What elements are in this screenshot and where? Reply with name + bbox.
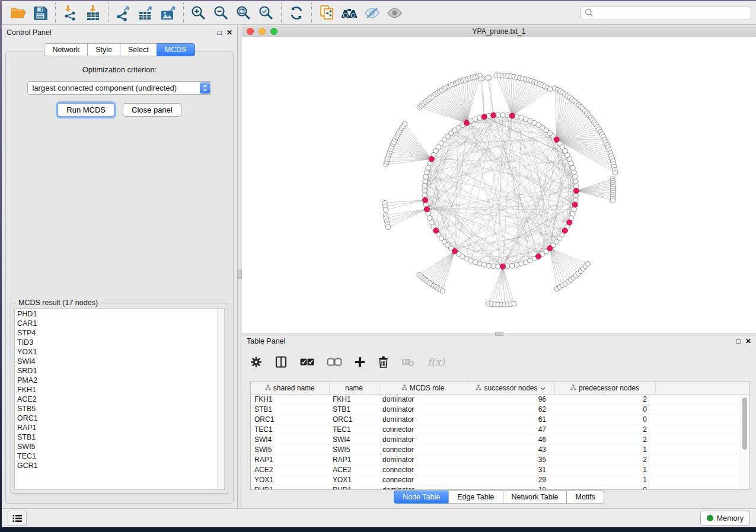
network-window-titlebar[interactable]: YPA_prune.txt_1 bbox=[242, 25, 756, 37]
column-header-MCDS-role[interactable]: MCDS role bbox=[379, 382, 467, 395]
criterion-dropdown[interactable]: largest connected component (undirected) bbox=[27, 81, 212, 95]
delete-column-icon[interactable] bbox=[378, 356, 388, 368]
table-scrollbar[interactable] bbox=[741, 395, 749, 489]
table-tab-motifs[interactable]: Motifs bbox=[566, 491, 604, 504]
table-tab-network-table[interactable]: Network Table bbox=[503, 491, 567, 504]
close-panel-icon[interactable]: ✕ bbox=[227, 29, 232, 36]
cell[interactable]: ACE2 bbox=[329, 465, 379, 475]
zoom-selected-icon[interactable] bbox=[255, 3, 277, 23]
mcds-result-item[interactable]: SWI5 bbox=[17, 442, 217, 451]
cell[interactable]: 1 bbox=[554, 445, 655, 455]
mcds-result-item[interactable]: YOX1 bbox=[17, 347, 217, 357]
cell[interactable]: FKH1 bbox=[251, 395, 329, 405]
tab-network[interactable]: Network bbox=[44, 43, 88, 56]
table-row[interactable]: YOX1YOX1connector291 bbox=[251, 475, 749, 485]
cell[interactable]: dominator bbox=[379, 405, 467, 415]
mcds-result-item[interactable]: STB1 bbox=[17, 432, 217, 442]
cell[interactable]: RAP1 bbox=[329, 455, 379, 465]
export-network-icon[interactable] bbox=[112, 3, 135, 23]
column-header-predecessor-nodes[interactable]: predecessor nodes bbox=[554, 382, 655, 395]
first-neighbors-icon[interactable] bbox=[338, 3, 361, 23]
mcds-result-item[interactable]: STP4 bbox=[17, 328, 217, 338]
table-row[interactable]: SWI5SWI5connector431 bbox=[251, 445, 749, 455]
cell[interactable]: ORC1 bbox=[329, 415, 379, 425]
cell[interactable]: dominator bbox=[379, 395, 467, 405]
cell[interactable]: 1 bbox=[554, 465, 655, 475]
export-image-icon[interactable] bbox=[157, 3, 180, 23]
cell[interactable]: STB1 bbox=[251, 405, 329, 415]
table-row[interactable]: RAP1RAP1dominator352 bbox=[251, 455, 749, 465]
cell[interactable]: STB1 bbox=[329, 405, 379, 415]
table-row[interactable]: SWI4SWI4dominator462 bbox=[251, 435, 749, 445]
cell[interactable]: 18 bbox=[467, 485, 554, 491]
cell[interactable]: 61 bbox=[467, 415, 554, 425]
network-canvas[interactable] bbox=[242, 37, 756, 334]
columns-icon[interactable] bbox=[275, 356, 287, 368]
table-tab-edge-table[interactable]: Edge Table bbox=[448, 491, 503, 504]
cell[interactable]: SWI4 bbox=[329, 435, 379, 445]
cell[interactable]: YOX1 bbox=[329, 475, 379, 485]
function-builder-icon[interactable]: f(x) bbox=[428, 356, 445, 368]
float-panel-icon[interactable]: □ bbox=[218, 29, 222, 36]
cell[interactable]: PHD1 bbox=[329, 485, 379, 491]
mcds-result-item[interactable]: SRD1 bbox=[17, 366, 217, 376]
cell[interactable]: dominator bbox=[379, 455, 467, 465]
save-icon[interactable] bbox=[29, 3, 52, 23]
cell[interactable]: SWI5 bbox=[329, 445, 379, 455]
float-table-panel-icon[interactable]: □ bbox=[736, 338, 741, 345]
cell[interactable]: 0 bbox=[554, 415, 655, 425]
memory-button[interactable]: Memory bbox=[700, 511, 750, 525]
cell[interactable]: 0 bbox=[554, 405, 655, 415]
tab-select[interactable]: Select bbox=[120, 43, 157, 56]
zoom-in-icon[interactable] bbox=[187, 3, 210, 23]
cell[interactable]: connector bbox=[379, 445, 467, 455]
cell[interactable]: 2 bbox=[554, 435, 655, 445]
cell[interactable]: 43 bbox=[467, 445, 554, 455]
vertical-splitter[interactable] bbox=[238, 25, 242, 508]
close-panel-button[interactable]: Close panel bbox=[123, 103, 181, 117]
table-row[interactable]: PHD1PHD1dominator180 bbox=[251, 485, 749, 491]
table-row[interactable]: TEC1TEC1connector472 bbox=[251, 425, 749, 435]
mcds-result-item[interactable]: RAP1 bbox=[17, 423, 217, 432]
cell[interactable]: dominator bbox=[379, 435, 467, 445]
cell[interactable]: RAP1 bbox=[251, 455, 329, 465]
table-scrollbar-thumb[interactable] bbox=[742, 398, 747, 450]
cell[interactable]: connector bbox=[379, 475, 467, 485]
cell[interactable]: connector bbox=[379, 425, 467, 435]
deselect-all-rows-icon[interactable] bbox=[327, 358, 342, 366]
mcds-result-item[interactable]: FKH1 bbox=[17, 385, 217, 395]
refresh-icon[interactable] bbox=[285, 3, 308, 23]
mcds-result-item[interactable]: TID3 bbox=[17, 338, 217, 347]
mcds-result-item[interactable]: CAR1 bbox=[17, 319, 217, 328]
column-header-successor-nodes[interactable]: successor nodes bbox=[467, 382, 554, 395]
cell[interactable]: SWI5 bbox=[251, 445, 329, 455]
cell[interactable]: 29 bbox=[467, 475, 554, 485]
cell[interactable]: 2 bbox=[554, 395, 655, 405]
import-table-icon[interactable] bbox=[82, 3, 104, 23]
cell[interactable]: 96 bbox=[467, 395, 554, 405]
run-mcds-button[interactable]: Run MCDS bbox=[58, 103, 114, 117]
cell[interactable]: 2 bbox=[554, 425, 655, 435]
cell[interactable]: 0 bbox=[554, 485, 655, 491]
column-header-name[interactable]: name bbox=[329, 382, 379, 395]
mcds-result-item[interactable]: SWI4 bbox=[17, 357, 217, 366]
node-table[interactable]: shared namenameMCDS rolesuccessor nodesp… bbox=[250, 382, 750, 490]
cell[interactable]: 2 bbox=[554, 455, 655, 465]
mcds-result-item[interactable]: PMA2 bbox=[17, 376, 217, 385]
tab-mcds[interactable]: MCDS bbox=[157, 43, 195, 56]
settings-gear-icon[interactable] bbox=[250, 356, 262, 368]
table-row[interactable]: STB1STB1dominator620 bbox=[251, 405, 749, 415]
clone-network-icon[interactable] bbox=[315, 3, 338, 23]
horizontal-splitter-grip[interactable] bbox=[495, 332, 503, 336]
cell[interactable]: dominator bbox=[379, 415, 467, 425]
show-all-icon[interactable] bbox=[383, 3, 406, 23]
table-row[interactable]: ACE2ACE2connector311 bbox=[251, 465, 749, 475]
cell[interactable]: TEC1 bbox=[329, 425, 379, 435]
mcds-result-item[interactable]: TEC1 bbox=[17, 451, 217, 461]
table-header-row[interactable]: shared namenameMCDS rolesuccessor nodesp… bbox=[251, 382, 749, 395]
tab-style[interactable]: Style bbox=[87, 43, 120, 56]
table-tab-node-table[interactable]: Node Table bbox=[394, 491, 449, 504]
delete-table-icon[interactable] bbox=[401, 358, 414, 367]
table-row[interactable]: FKH1FKH1dominator962 bbox=[251, 395, 749, 405]
column-header-shared-name[interactable]: shared name bbox=[251, 382, 329, 395]
